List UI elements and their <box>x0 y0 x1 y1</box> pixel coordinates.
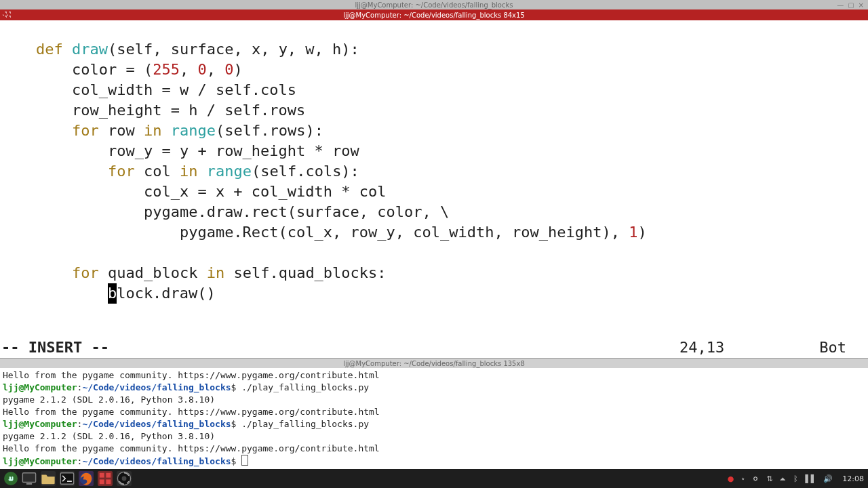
editor-pane-titlebar[interactable]: ljj@MyComputer: ~/Code/videos/falling_bl… <box>0 9 868 20</box>
terminal-output: pygame 2.1.2 (SDL 2.0.16, Python 3.8.10) <box>3 431 215 441</box>
code-text <box>0 285 108 302</box>
window-maximize-button[interactable]: ▢ <box>848 1 854 9</box>
fn-range: range <box>171 122 216 139</box>
terminal-output: Hello from the pygame community. https:/… <box>3 370 380 380</box>
kw-for: for <box>108 163 135 180</box>
bluetooth-icon[interactable]: ᛒ <box>793 474 798 483</box>
window-minimize-button[interactable]: — <box>837 1 844 9</box>
firefox-icon <box>79 471 94 486</box>
window-titlebar[interactable]: ljj@MyComputer: ~/Code/videos/falling_bl… <box>0 0 868 9</box>
upload-icon[interactable]: ⏶ <box>779 474 787 483</box>
vim-scroll-pos: Bot <box>819 338 846 358</box>
fn-range: range <box>207 163 252 180</box>
prompt-user: ljj@MyComputer <box>3 382 77 392</box>
prompt-path: ~/Code/videos/falling_blocks <box>82 419 231 429</box>
kw-in: in <box>144 122 162 139</box>
desktop-icon <box>22 471 37 486</box>
tray-icon[interactable]: ⭘ <box>752 474 760 483</box>
svg-rect-3 <box>60 473 73 485</box>
app-button[interactable] <box>98 471 113 486</box>
prompt-user: ljj@MyComputer <box>3 419 77 429</box>
show-desktop-button[interactable] <box>22 471 37 486</box>
terminal-pane-titlebar[interactable]: ljj@MyComputer: ~/Code/videos/falling_bl… <box>0 359 868 368</box>
code-text: row <box>99 122 144 139</box>
code-text: , <box>207 61 225 78</box>
terminal-icon <box>60 471 75 486</box>
code-text: (self, surface, x, y, w, h): <box>108 41 359 58</box>
obs-button[interactable] <box>117 471 132 486</box>
code-text: quad_block <box>99 264 207 281</box>
svg-rect-7 <box>100 479 104 484</box>
kw-for: for <box>72 264 99 281</box>
terminal-pane-title: ljj@MyComputer: ~/Code/videos/falling_bl… <box>343 360 525 367</box>
terminal-command: ./play_falling_blocks.py <box>236 419 369 429</box>
kw-for: for <box>72 122 99 139</box>
svg-rect-8 <box>106 479 111 484</box>
fn-draw: draw <box>72 41 108 58</box>
terminal-command: ./play_falling_blocks.py <box>236 382 369 392</box>
editor-pane-title: ljj@MyComputer: ~/Code/videos/falling_bl… <box>343 12 525 19</box>
svg-rect-5 <box>100 473 104 478</box>
svg-rect-2 <box>26 483 32 485</box>
code-text <box>0 163 108 180</box>
vim-cursor-pos: 24,13 <box>679 338 724 358</box>
obs-icon <box>117 471 132 486</box>
prompt-path: ~/Code/videos/falling_blocks <box>82 456 231 466</box>
vim-cursor: b <box>108 283 117 304</box>
system-tray: ● ⋆ ⭘ ⇅ ⏶ ᛒ ▌▌ 🔊 12:08 <box>728 474 864 483</box>
terminal-app-button[interactable] <box>60 471 75 486</box>
terminal-pane: ljj@MyComputer: ~/Code/videos/falling_bl… <box>0 359 868 469</box>
code-text: row_height = h / self.rows <box>0 102 305 119</box>
kw-in: in <box>180 163 198 180</box>
prompt-user: ljj@MyComputer <box>3 456 77 466</box>
file-manager-button[interactable] <box>41 471 56 486</box>
code-text: col_x = x + col_width * col <box>0 183 387 200</box>
kw-def: def <box>36 41 63 58</box>
terminal-output: pygame 2.1.2 (SDL 2.0.16, Python 3.8.10) <box>3 394 215 405</box>
code-text: (self.rows): <box>216 122 323 139</box>
start-menu-button[interactable] <box>4 472 18 485</box>
battery-icon[interactable]: ▌▌ <box>805 474 816 483</box>
taskbar-clock[interactable]: 12:08 <box>842 474 864 483</box>
editor-pane: ljj@MyComputer: ~/Code/videos/falling_bl… <box>0 9 868 359</box>
network-icon[interactable]: ⇅ <box>766 474 772 483</box>
code-text: pygame.Rect(col_x, row_y, col_width, row… <box>0 224 629 241</box>
vim-editor[interactable]: def draw(self, surface, x, y, w, h): col… <box>0 20 868 338</box>
folder-icon <box>41 471 56 486</box>
terminal[interactable]: Hello from the pygame community. https:/… <box>0 368 868 469</box>
desktop-window: ljj@MyComputer: ~/Code/videos/falling_bl… <box>0 0 868 469</box>
kw-in: in <box>207 264 225 281</box>
num-literal: 0 <box>224 61 233 78</box>
window-close-button[interactable]: × <box>859 1 864 9</box>
code-text <box>0 122 72 139</box>
num-literal: 0 <box>197 61 206 78</box>
vim-mode: -- INSERT -- <box>1 338 109 358</box>
code-text: (self.cols): <box>252 163 359 180</box>
code-text: pygame.draw.rect(surface, color, \ <box>0 203 449 220</box>
volume-icon[interactable]: 🔊 <box>823 474 833 483</box>
svg-rect-6 <box>106 473 111 478</box>
firefox-button[interactable] <box>79 471 94 486</box>
record-indicator-icon[interactable]: ● <box>728 474 734 483</box>
code-text: ) <box>637 224 646 241</box>
code-text: ) <box>233 61 242 78</box>
window-title: ljj@MyComputer: ~/Code/videos/falling_bl… <box>355 1 513 9</box>
code-text <box>0 264 72 281</box>
taskbar: ● ⋆ ⭘ ⇅ ⏶ ᛒ ▌▌ 🔊 12:08 <box>0 469 868 488</box>
tray-icon[interactable]: ⋆ <box>741 474 745 483</box>
mint-logo-icon <box>6 474 16 483</box>
code-text: , <box>180 61 198 78</box>
num-literal: 1 <box>629 224 637 241</box>
grid-icon <box>98 471 113 486</box>
terminal-cursor <box>241 455 248 466</box>
code-text: row_y = y + row_height * row <box>0 142 359 159</box>
terminal-output: Hello from the pygame community. https:/… <box>3 407 380 417</box>
code-text: self.quad_blocks: <box>224 264 386 281</box>
terminal-icon <box>3 12 11 18</box>
code-text: lock.draw() <box>117 285 216 302</box>
prompt-path: ~/Code/videos/falling_blocks <box>82 382 231 392</box>
prompt-sep: $ <box>231 456 237 466</box>
svg-point-10 <box>122 476 127 481</box>
code-text: col <box>135 163 180 180</box>
window-controls: — ▢ × <box>837 1 864 9</box>
